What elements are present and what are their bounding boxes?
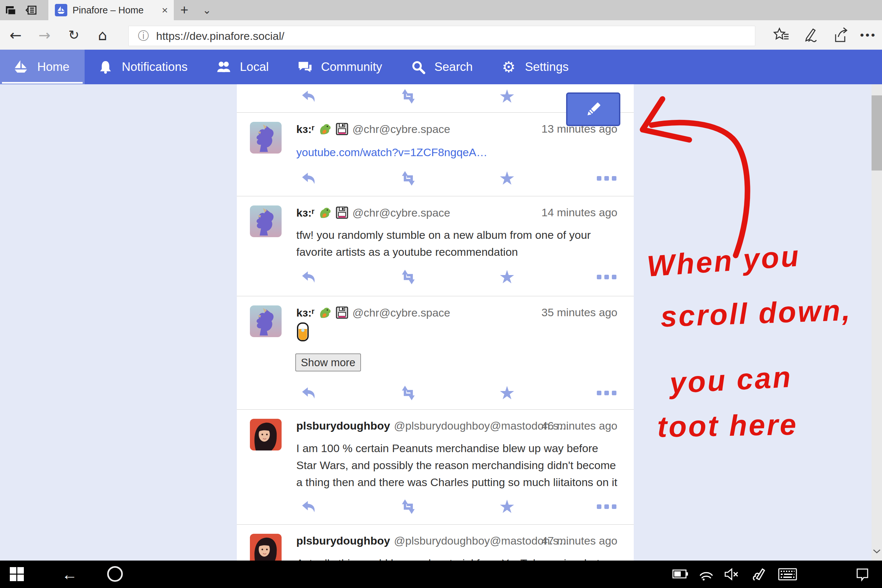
close-tab-icon[interactable]: × bbox=[162, 5, 168, 15]
touch-keyboard-icon[interactable] bbox=[778, 568, 797, 580]
set-tabs-aside-button[interactable] bbox=[24, 3, 39, 17]
boost-icon bbox=[399, 498, 417, 515]
site-info-icon[interactable]: ⓘ bbox=[138, 28, 149, 44]
home-button[interactable]: ⌂ bbox=[91, 20, 114, 50]
chat-bubbles-icon bbox=[297, 59, 313, 75]
pen-icon[interactable] bbox=[752, 567, 766, 582]
favorite-button[interactable]: ★ bbox=[498, 497, 516, 516]
timestamp[interactable]: 46 minutes ago bbox=[542, 420, 618, 432]
nav-item-home[interactable]: Home bbox=[0, 50, 85, 84]
boost-button[interactable] bbox=[399, 267, 417, 286]
nav-item-community[interactable]: Community bbox=[284, 50, 397, 84]
nav-label: Community bbox=[321, 60, 382, 74]
boost-button[interactable] bbox=[399, 384, 417, 402]
web-note-button[interactable] bbox=[797, 20, 824, 50]
tab-dropdown-icon[interactable]: ⌄ bbox=[202, 0, 212, 20]
dragon-avatar-art bbox=[250, 206, 282, 237]
avatar[interactable] bbox=[250, 305, 282, 337]
action-center-button[interactable] bbox=[855, 567, 870, 582]
nav-item-search[interactable]: Search bbox=[397, 50, 488, 84]
boost-button[interactable] bbox=[399, 87, 417, 106]
cortana-circle-icon bbox=[107, 566, 123, 582]
reply-button[interactable] bbox=[299, 497, 318, 516]
compose-toot-button[interactable] bbox=[566, 93, 620, 126]
timestamp[interactable]: 35 minutes ago bbox=[542, 306, 618, 319]
forward-button[interactable]: → bbox=[33, 20, 56, 50]
display-name[interactable]: plsburydoughboy bbox=[296, 420, 390, 432]
more-button[interactable] bbox=[597, 267, 616, 286]
toot: plsburydoughboy @plsburydoughboy@mastodo… bbox=[237, 524, 634, 561]
more-button[interactable] bbox=[597, 497, 616, 516]
battery-icon[interactable] bbox=[672, 568, 688, 579]
display-name[interactable]: kз:ʳ bbox=[296, 123, 315, 136]
browser-tab[interactable]: Pinafore – Home × bbox=[48, 0, 174, 20]
avatar[interactable] bbox=[250, 206, 282, 237]
dragon-avatar-art bbox=[250, 305, 282, 337]
avatar[interactable] bbox=[250, 419, 282, 450]
timestamp[interactable]: 47 minutes ago bbox=[542, 534, 618, 547]
boost-button[interactable] bbox=[399, 169, 417, 188]
wifi-icon[interactable] bbox=[699, 568, 714, 581]
dragon-avatar-art bbox=[250, 122, 282, 153]
reply-icon bbox=[300, 88, 317, 105]
toot-text: I am 100 % certain Peanuts merchandise b… bbox=[296, 440, 620, 490]
glass-of-drink-emoji bbox=[296, 322, 309, 343]
account-handle[interactable]: @chr@cybre.space bbox=[352, 306, 450, 319]
ink-note-line: toot here bbox=[657, 408, 798, 444]
reply-icon bbox=[300, 498, 317, 515]
refresh-button[interactable]: ↻ bbox=[62, 20, 86, 50]
tab-preview-icon bbox=[4, 4, 17, 16]
share-button[interactable] bbox=[826, 20, 853, 50]
url-text[interactable]: https://dev.pinafore.social/ bbox=[156, 30, 284, 42]
favorites-hub-button[interactable] bbox=[768, 20, 795, 50]
favorite-button[interactable]: ★ bbox=[498, 267, 516, 286]
nav-item-settings[interactable]: ⚙ Settings bbox=[488, 50, 584, 84]
start-button[interactable] bbox=[9, 567, 24, 582]
address-bar[interactable]: ⓘ https://dev.pinafore.social/ bbox=[128, 26, 755, 46]
favorite-button[interactable]: ★ bbox=[498, 384, 516, 402]
new-tab-button[interactable]: + bbox=[180, 0, 189, 20]
toot: kз:ʳ @chr@cybre.space 35 minutes ago Sho… bbox=[237, 296, 634, 410]
reply-button[interactable] bbox=[299, 87, 318, 106]
toot-text: Actually this would be good material for… bbox=[296, 555, 620, 561]
boost-button[interactable] bbox=[399, 497, 417, 516]
nav-item-notifications[interactable]: Notifications bbox=[85, 50, 203, 84]
volume-muted-icon[interactable] bbox=[724, 568, 740, 581]
more-button[interactable] bbox=[597, 169, 616, 188]
favorite-button[interactable]: ★ bbox=[498, 87, 516, 106]
more-dots-icon bbox=[597, 275, 616, 279]
avatar[interactable] bbox=[250, 122, 282, 153]
more-button[interactable] bbox=[597, 384, 616, 402]
bell-icon bbox=[98, 59, 113, 75]
display-name[interactable]: kз:ʳ bbox=[296, 207, 315, 219]
back-button[interactable]: ← bbox=[4, 20, 27, 50]
cortana-button[interactable] bbox=[107, 566, 123, 582]
scrollbar-thumb[interactable] bbox=[872, 95, 882, 171]
reply-button[interactable] bbox=[299, 267, 318, 286]
account-handle[interactable]: @chr@cybre.space bbox=[352, 123, 450, 136]
star-icon: ★ bbox=[499, 87, 515, 105]
more-dots-icon bbox=[597, 391, 616, 395]
windows-logo-icon bbox=[9, 567, 24, 582]
browser-more-button[interactable]: ••• bbox=[855, 20, 881, 50]
avatar[interactable] bbox=[250, 534, 282, 561]
toot-link[interactable]: youtube.com/watch?v=1ZCF8ngqeA… bbox=[296, 144, 620, 161]
scrollbar-down-arrow[interactable] bbox=[873, 549, 881, 555]
nav-label: Search bbox=[435, 60, 472, 74]
person-avatar-art bbox=[250, 419, 282, 450]
tab-preview-button[interactable] bbox=[3, 3, 18, 17]
account-handle[interactable]: @chr@cybre.space bbox=[352, 207, 450, 219]
reply-button[interactable] bbox=[299, 169, 318, 188]
star-icon: ★ bbox=[499, 498, 515, 516]
display-name[interactable]: kз:ʳ bbox=[296, 306, 315, 319]
display-name[interactable]: plsburydoughboy bbox=[296, 534, 390, 547]
timestamp[interactable]: 14 minutes ago bbox=[542, 206, 618, 219]
taskbar-back-button[interactable]: ← bbox=[58, 561, 81, 588]
nav-item-local[interactable]: Local bbox=[202, 50, 284, 84]
favorite-button[interactable]: ★ bbox=[498, 169, 516, 188]
show-more-button[interactable]: Show more bbox=[295, 354, 361, 371]
floppy-disk-emoji bbox=[336, 123, 348, 136]
reply-button[interactable] bbox=[299, 384, 318, 402]
pencil-icon bbox=[584, 100, 603, 119]
toot-header: kз:ʳ @chr@cybre.space bbox=[296, 306, 450, 319]
